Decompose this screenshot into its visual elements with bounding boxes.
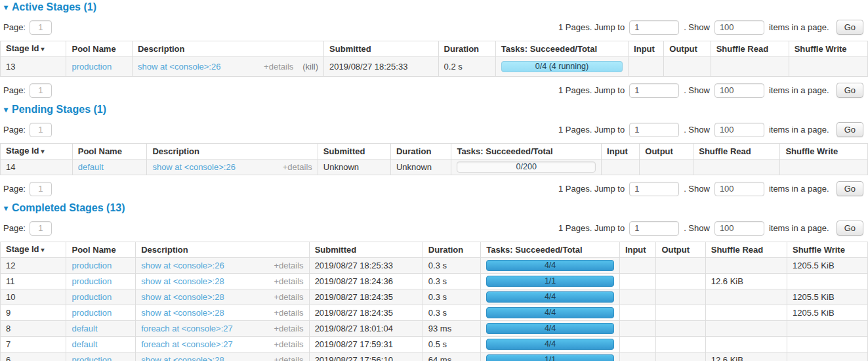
details-toggle[interactable]: +details <box>283 162 312 173</box>
description-link[interactable]: show at <console>:28 <box>141 292 224 303</box>
col-header-shuffle-write[interactable]: Shuffle Write <box>780 144 868 159</box>
page-input[interactable] <box>30 83 52 98</box>
details-toggle[interactable]: +details <box>274 261 303 271</box>
section-heading-active[interactable]: ▾Active Stages (1) <box>1 1 868 13</box>
pool-name-link[interactable]: production <box>72 308 112 318</box>
pool-name-link[interactable]: default <box>72 339 97 349</box>
details-toggle[interactable]: +details <box>274 276 303 287</box>
description-link[interactable]: foreach at <console>:27 <box>141 339 233 350</box>
pool-name-link[interactable]: production <box>72 292 112 302</box>
description-link[interactable]: show at <console>:26 <box>152 162 235 173</box>
col-header-shuffle-read[interactable]: Shuffle Read <box>693 144 780 159</box>
pool-name-link[interactable]: default <box>78 162 104 172</box>
cell-output <box>664 57 711 77</box>
jump-to-input[interactable] <box>629 83 679 98</box>
col-header-tasks-succeeded-total[interactable]: Tasks: Succeeded/Total <box>495 41 628 57</box>
go-button[interactable]: Go <box>837 221 863 236</box>
cell-shuffle-read <box>705 321 787 337</box>
kill-link[interactable]: (kill) <box>302 62 318 72</box>
col-header-shuffle-write[interactable]: Shuffle Write <box>787 242 868 258</box>
cell-duration: 0.3 s <box>423 274 481 289</box>
details-toggle[interactable]: +details <box>274 339 303 350</box>
task-progress-bar: 4/4 <box>486 323 614 334</box>
cell-stage-id: 9 <box>1 305 66 321</box>
details-toggle[interactable]: +details <box>264 62 293 72</box>
go-button[interactable]: Go <box>837 20 863 35</box>
pool-name-link[interactable]: production <box>72 355 112 361</box>
cell-submitted: Unknown <box>318 159 390 175</box>
page-input[interactable] <box>30 221 52 236</box>
col-header-shuffle-read[interactable]: Shuffle Read <box>711 41 789 57</box>
col-header-output[interactable]: Output <box>664 41 711 57</box>
cell-shuffle-read <box>711 57 789 77</box>
jump-to-input[interactable] <box>629 123 679 137</box>
description-link[interactable]: show at <console>:26 <box>138 62 220 72</box>
col-header-pool-name[interactable]: Pool Name <box>72 144 147 159</box>
cell-tasks: 4/4 <box>481 337 620 352</box>
col-header-duration[interactable]: Duration <box>438 41 495 57</box>
col-header-input[interactable]: Input <box>602 144 640 159</box>
col-header-submitted[interactable]: Submitted <box>318 144 390 159</box>
col-header-submitted[interactable]: Submitted <box>309 242 423 258</box>
jump-to-input[interactable] <box>629 221 679 236</box>
details-toggle[interactable]: +details <box>274 292 303 303</box>
jump-to-input[interactable] <box>629 20 679 35</box>
show-items-input[interactable] <box>714 182 764 196</box>
col-header-tasks-succeeded-total[interactable]: Tasks: Succeeded/Total <box>451 144 602 159</box>
pagination-right: 1 Pages. Jump to . Show items in a page.… <box>558 83 863 98</box>
col-header-input[interactable]: Input <box>619 242 656 258</box>
col-header-input[interactable]: Input <box>629 41 664 57</box>
page-input[interactable] <box>30 123 52 137</box>
details-toggle[interactable]: +details <box>274 324 303 334</box>
section-heading-pending[interactable]: ▾Pending Stages (1) <box>1 104 868 116</box>
cell-pool-name: production <box>66 289 136 305</box>
cell-description: show at <console>:28 +details <box>136 305 309 321</box>
show-items-input[interactable] <box>714 221 764 236</box>
section-title-label: Active Stages (1) <box>12 1 96 13</box>
description-link[interactable]: foreach at <console>:27 <box>141 324 233 334</box>
col-header-output[interactable]: Output <box>656 242 705 258</box>
col-header-stage-id[interactable]: Stage Id▾ <box>1 242 66 258</box>
cell-stage-id: 8 <box>1 321 66 337</box>
col-header-shuffle-read[interactable]: Shuffle Read <box>705 242 787 258</box>
pool-name-link[interactable]: default <box>72 324 97 333</box>
pool-name-link[interactable]: production <box>72 62 112 72</box>
page-input[interactable] <box>30 20 52 35</box>
col-header-stage-id[interactable]: Stage Id▾ <box>1 144 73 159</box>
details-toggle[interactable]: +details <box>274 355 303 361</box>
col-header-submitted[interactable]: Submitted <box>324 41 439 57</box>
col-header-stage-id[interactable]: Stage Id▾ <box>1 41 66 57</box>
col-header-shuffle-write[interactable]: Shuffle Write <box>789 41 867 57</box>
cell-tasks: 1/1 <box>481 274 620 289</box>
description-link[interactable]: show at <console>:28 <box>141 308 224 318</box>
pool-name-link[interactable]: production <box>72 276 112 286</box>
col-header-output[interactable]: Output <box>640 144 693 159</box>
go-button[interactable]: Go <box>837 181 863 196</box>
jump-to-input[interactable] <box>629 182 679 196</box>
show-items-input[interactable] <box>714 20 764 35</box>
col-header-description[interactable]: Description <box>132 41 323 57</box>
details-toggle[interactable]: +details <box>274 308 303 318</box>
show-items-input[interactable] <box>714 123 764 137</box>
section-heading-completed[interactable]: ▾Completed Stages (13) <box>1 202 868 214</box>
page-input[interactable] <box>30 182 52 196</box>
col-header-tasks-succeeded-total[interactable]: Tasks: Succeeded/Total <box>481 242 620 258</box>
cell-tasks: 1/1 <box>481 352 620 361</box>
pool-name-link[interactable]: production <box>72 261 112 270</box>
col-header-duration[interactable]: Duration <box>390 144 451 159</box>
task-progress-bar: 4/4 <box>486 291 614 303</box>
col-header-description[interactable]: Description <box>147 144 318 159</box>
cell-input <box>602 159 640 175</box>
show-items-input[interactable] <box>714 83 764 98</box>
col-header-pool-name[interactable]: Pool Name <box>66 242 136 258</box>
description-link[interactable]: show at <console>:26 <box>141 261 224 271</box>
cell-tasks: 0/4 (4 running) <box>495 57 628 77</box>
cell-output <box>656 258 705 274</box>
description-link[interactable]: show at <console>:28 <box>141 355 224 361</box>
col-header-duration[interactable]: Duration <box>423 242 481 258</box>
description-link[interactable]: show at <console>:28 <box>141 276 224 287</box>
go-button[interactable]: Go <box>837 122 863 137</box>
go-button[interactable]: Go <box>837 83 863 98</box>
col-header-pool-name[interactable]: Pool Name <box>66 41 132 57</box>
col-header-description[interactable]: Description <box>136 242 309 258</box>
